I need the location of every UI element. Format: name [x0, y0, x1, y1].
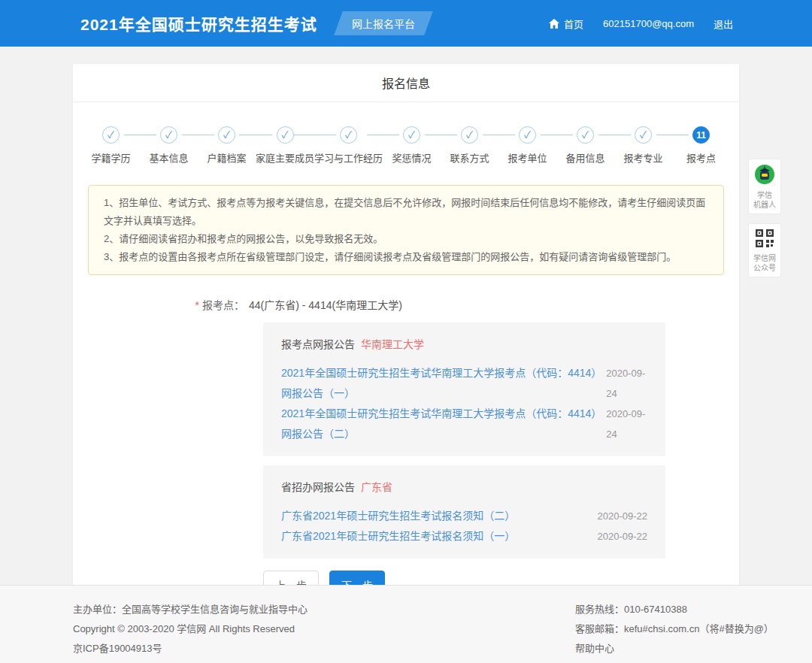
step-lianxi-fangshi[interactable]: ✓ 联系方式 [441, 126, 498, 165]
step-number-badge: 11 [692, 126, 710, 144]
step-done-icon: ✓ [218, 126, 235, 144]
announcement-group-title-text: 省招办网报公告 [281, 481, 355, 493]
footer-right-column: 服务热线：010-67410388 客服邮箱：kefu#chsi.com.cn（… [575, 600, 739, 658]
step-label: 家庭主要成员 [256, 150, 314, 165]
footer-organizer: 主办单位：全国高等学校学生信息咨询与就业指导中心 [73, 600, 308, 619]
step-label: 备用信息 [556, 150, 614, 165]
announcement-link[interactable]: 2021年全国硕士研究生招生考试华南理工大学报考点（代码：4414）网报公告（二… [281, 404, 606, 444]
exam-point-label-text: 报考点： [202, 299, 244, 311]
home-link-label: 首页 [564, 17, 583, 31]
notice-line: 1、招生单位、考试方式、报考点等为报考关键信息，在提交信息后不允许修改，网报时间… [104, 194, 708, 230]
home-link[interactable]: 首页 [549, 17, 583, 31]
wechat-qr-widget[interactable]: 学信网 公众号 [748, 223, 781, 277]
floating-widgets: 学信 机器人 学信网 公众号 [748, 159, 781, 277]
announcement-link[interactable]: 广东省2021年硕士研究生招生考试报名须知（二） [281, 506, 515, 526]
qr-label-line2: 公众号 [750, 263, 779, 273]
key-info-notice: 1、招生单位、考试方式、报考点等为报考关键信息，在提交信息后不允许修改，网报时间… [88, 185, 724, 275]
footer-icp-number: 京ICP备19004913号 [73, 639, 308, 658]
footer-service-hotline: 服务热线：010-67410388 [575, 600, 739, 619]
home-icon [549, 19, 559, 29]
step-jiangcheng-qingkuang[interactable]: ✓ 奖惩情况 [383, 126, 441, 165]
step-done-icon: ✓ [403, 126, 420, 144]
announcement-date: 2020-09-24 [606, 363, 647, 404]
step-label: 联系方式 [441, 150, 498, 165]
step-jiben-xinxi[interactable]: ✓ 基本信息 [140, 126, 198, 165]
step-xuexi-jingli[interactable]: ✓ 学习与工作经历 [314, 126, 383, 165]
step-done-icon: ✓ [340, 126, 357, 144]
announcement-group-title: 报考点网报公告 华南理工大学 [281, 336, 647, 351]
notice-line: 3、报考点的设置由各报考点所在省级管理部门设定，请仔细阅读报考点及省级管理部门的… [104, 248, 708, 266]
footer-service-email: 客服邮箱：kefu#chsi.com.cn（将#替换为@） [575, 619, 739, 639]
announcement-org-highlight: 广东省 [361, 481, 392, 493]
announcement-link[interactable]: 广东省2021年硕士研究生招生考试报名须知（一） [281, 526, 515, 546]
province-announcements-box: 省招办网报公告 广东省 广东省2021年硕士研究生招生考试报名须知（二） 202… [263, 465, 665, 559]
step-done-icon: ✓ [461, 126, 478, 144]
announcement-date: 2020-09-24 [606, 404, 647, 444]
step-label: 户籍档案 [198, 150, 256, 165]
announcement-row: 2021年全国硕士研究生招生考试华南理工大学报考点（代码：4414）网报公告（一… [281, 363, 647, 404]
step-jiating-chengyuan[interactable]: ✓ 家庭主要成员 [256, 126, 314, 165]
qr-label-line1: 学信网 [750, 253, 779, 263]
exam-point-row: *报考点： 44(广东省) - 4414(华南理工大学) [73, 297, 739, 312]
notice-line: 2、请仔细阅读省招办和报考点的网报公告，以免导致报名无效。 [104, 230, 708, 248]
step-beiyong-xinxi[interactable]: ✓ 备用信息 [556, 126, 614, 165]
top-nav: 首页 602151700@qq.com 退出 [549, 17, 733, 31]
announcement-row: 广东省2021年硕士研究生招生考试报名须知（一） 2020-09-22 [281, 526, 647, 546]
step-xueji-xueli[interactable]: ✓ 学籍学历 [82, 126, 140, 165]
announcement-row: 2021年全国硕士研究生招生考试华南理工大学报考点（代码：4414）网报公告（二… [281, 404, 647, 444]
step-label: 报考点 [672, 150, 730, 165]
step-label: 报考单位 [498, 150, 556, 165]
help-center-link[interactable]: 帮助中心 [575, 643, 614, 654]
step-baokaodian-active[interactable]: 11 报考点 [672, 126, 730, 165]
announcement-group-title: 省招办网报公告 广东省 [281, 479, 647, 494]
announcement-date: 2020-09-22 [598, 506, 648, 526]
step-label: 奖惩情况 [383, 150, 441, 165]
announcement-date: 2020-09-22 [598, 526, 648, 546]
announcement-link[interactable]: 2021年全国硕士研究生招生考试华南理工大学报考点（代码：4414）网报公告（一… [281, 363, 606, 404]
page-title: 报名信息 [73, 64, 739, 102]
required-mark: * [195, 299, 199, 311]
platform-badge: 网上报名平台 [334, 11, 433, 35]
robot-widget-label: 学信 机器人 [750, 190, 779, 210]
step-label: 基本信息 [140, 150, 198, 165]
logout-link[interactable]: 退出 [714, 17, 733, 31]
footer-left-column: 主办单位：全国高等学校学生信息咨询与就业指导中心 Copyright © 200… [73, 600, 308, 658]
footer-copyright: Copyright © 2003-2020 学信网 All Rights Res… [73, 619, 308, 639]
step-done-icon: ✓ [102, 126, 120, 144]
step-label: 学习与工作经历 [314, 150, 383, 165]
top-bar: 2021年全国硕士研究生招生考试 网上报名平台 首页 602151700@qq.… [0, 0, 812, 47]
robot-label-line2: 机器人 [750, 200, 779, 210]
qr-code-icon [750, 229, 779, 251]
page-footer: 主办单位：全国高等学校学生信息咨询与就业指导中心 Copyright © 200… [0, 585, 812, 663]
step-huji-dangan[interactable]: ✓ 户籍档案 [198, 126, 256, 165]
xuexin-robot-widget[interactable]: 学信 机器人 [748, 159, 781, 214]
step-done-icon: ✓ [277, 126, 294, 144]
robot-avatar-icon [750, 164, 779, 188]
step-label: 学籍学历 [82, 150, 140, 165]
qr-widget-label: 学信网 公众号 [750, 253, 779, 273]
step-done-icon: ✓ [160, 126, 177, 144]
announcement-row: 广东省2021年硕士研究生招生考试报名须知（二） 2020-09-22 [281, 506, 647, 526]
step-baokao-danwei[interactable]: ✓ 报考单位 [498, 126, 556, 165]
exam-point-label: *报考点： [73, 297, 244, 312]
step-done-icon: ✓ [577, 126, 594, 144]
step-done-icon: ✓ [635, 126, 652, 144]
step-label: 报考专业 [614, 150, 672, 165]
step-progress-bar: ✓ 学籍学历 ✓ 基本信息 ✓ 户籍档案 ✓ 家庭主要成员 ✓ 学习与工作经历 … [82, 126, 730, 165]
step-done-icon: ✓ [519, 126, 536, 144]
step-baokao-zhuanye[interactable]: ✓ 报考专业 [614, 126, 672, 165]
exam-point-announcements-box: 报考点网报公告 华南理工大学 2021年全国硕士研究生招生考试华南理工大学报考点… [263, 322, 665, 456]
announcement-org-highlight: 华南理工大学 [361, 338, 424, 350]
announcement-group-title-text: 报考点网报公告 [281, 338, 355, 350]
account-email[interactable]: 602151700@qq.com [603, 18, 694, 29]
platform-badge-label: 网上报名平台 [352, 16, 415, 31]
exam-point-value: 44(广东省) - 4414(华南理工大学) [249, 297, 402, 312]
registration-card: 报名信息 ✓ 学籍学历 ✓ 基本信息 ✓ 户籍档案 ✓ 家庭主要成员 ✓ 学习与… [73, 64, 739, 663]
robot-label-line1: 学信 [750, 190, 779, 200]
site-title: 2021年全国硕士研究生招生考试 [80, 12, 317, 35]
